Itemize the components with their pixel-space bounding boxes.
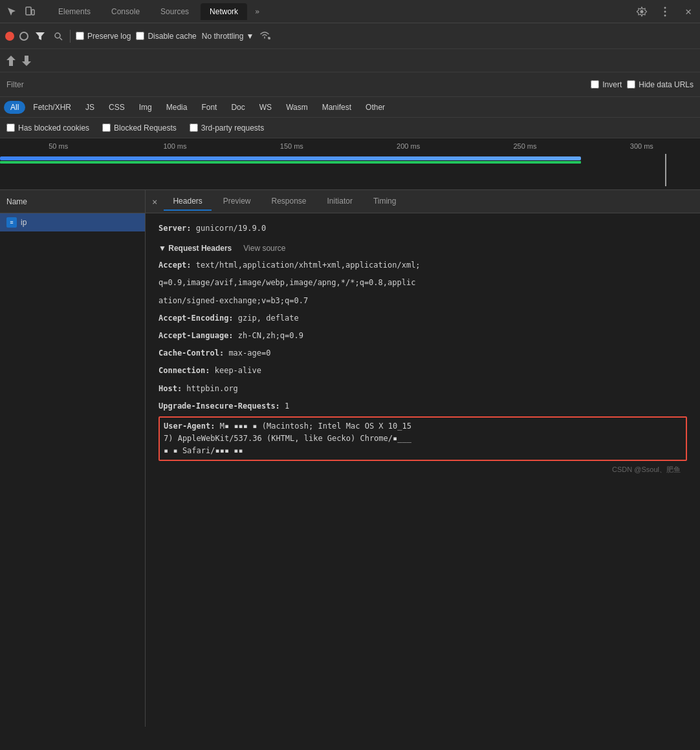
timeline-label-300: 300 ms	[584, 142, 700, 150]
upgrade-label: Upgrade-Insecure-Requests:	[159, 402, 280, 411]
filter-manifest[interactable]: Manifest	[316, 101, 358, 114]
svg-marker-6	[36, 32, 45, 40]
timeline-label-150: 150 ms	[234, 142, 350, 150]
blocked-requests-checkbox[interactable]: Blocked Requests	[102, 123, 177, 133]
third-party-input[interactable]	[190, 123, 198, 132]
cache-control-value: max-age=0	[228, 348, 270, 358]
upgrade-value: 1	[285, 402, 289, 411]
headers-content: Server: gunicorn/19.9.0 ▼ Request Header…	[146, 213, 700, 484]
svg-point-4	[664, 10, 666, 12]
tab-response[interactable]: Response	[262, 193, 315, 211]
watermark: CSDN @Ssoul、肥鱼	[159, 462, 687, 477]
tab-headers[interactable]: Headers	[164, 193, 211, 211]
more-options-icon[interactable]	[659, 5, 672, 18]
devtools-actions: ✕	[635, 5, 695, 18]
filter-doc[interactable]: Doc	[224, 101, 251, 114]
filter-js[interactable]: JS	[79, 101, 101, 114]
hide-data-urls-checkbox[interactable]: Hide data URLs	[627, 80, 694, 89]
timeline-blue-bar	[0, 156, 581, 160]
filter-css[interactable]: CSS	[102, 101, 131, 114]
filter-wasm[interactable]: Wasm	[279, 101, 314, 114]
has-blocked-cookies-input[interactable]	[6, 123, 15, 132]
filter-img[interactable]: Img	[133, 101, 159, 114]
file-icon: ≡	[6, 217, 17, 228]
detail-tabs: × Headers Preview Response Initiator Tim…	[146, 190, 700, 213]
has-blocked-cookies-checkbox[interactable]: Has blocked cookies	[6, 123, 89, 133]
timeline-label-200: 200 ms	[350, 142, 466, 150]
invert-checkbox[interactable]: Invert	[591, 80, 622, 89]
main-panel: Name ≡ ip × Headers Preview Response Ini…	[0, 190, 700, 727]
disable-cache-checkbox[interactable]: Disable cache	[136, 32, 196, 41]
timeline-labels: 50 ms 100 ms 150 ms 200 ms 250 ms 300 ms	[0, 138, 700, 150]
wifi-settings-icon[interactable]	[259, 30, 270, 42]
tab-sources[interactable]: Sources	[151, 3, 198, 20]
throttle-arrow-icon: ▼	[246, 32, 254, 41]
accept-encoding-row: Accept-Encoding: gzip, deflate	[159, 310, 687, 327]
left-pane: Name ≡ ip	[0, 190, 146, 727]
preserve-log-checkbox[interactable]: Preserve log	[76, 32, 131, 41]
disable-cache-input[interactable]	[136, 32, 144, 40]
filter-other[interactable]: Other	[359, 101, 391, 114]
third-party-checkbox[interactable]: 3rd-party requests	[190, 123, 264, 133]
accept-language-label: Accept-Language:	[159, 331, 234, 340]
upgrade-row: Upgrade-Insecure-Requests: 1	[159, 398, 687, 415]
stop-button[interactable]	[19, 32, 28, 41]
ua-value-line1: M▪ ▪▪▪ ▪ (Macintosh; Intel Mac OS X 10_1…	[220, 422, 411, 431]
server-label: Server:	[159, 224, 191, 233]
svg-marker-12	[22, 56, 31, 66]
settings-icon[interactable]	[635, 5, 648, 18]
request-headers-title: ▼ Request Headers	[159, 244, 232, 253]
network-toolbar: Preserve log Disable cache No throttling…	[0, 23, 700, 49]
filter-ws[interactable]: WS	[253, 101, 278, 114]
checkbox-filter-bar: Has blocked cookies Blocked Requests 3rd…	[0, 118, 700, 138]
svg-marker-11	[6, 56, 16, 66]
upload-icon[interactable]	[5, 55, 17, 67]
filter-bar: Filter Invert Hide data URLs	[0, 72, 700, 97]
ua-label: User-Agent:	[164, 422, 215, 431]
accept-value2: q=0.9,image/avif,image/webp,image/apng,*…	[159, 278, 415, 287]
search-icon[interactable]	[52, 30, 65, 43]
preserve-log-input[interactable]	[76, 32, 84, 40]
tab-console[interactable]: Console	[102, 3, 149, 20]
inspect-icon[interactable]	[5, 5, 18, 18]
file-item-ip[interactable]: ≡ ip	[0, 213, 145, 231]
view-source-link[interactable]: View source	[243, 244, 285, 253]
device-icon[interactable]	[23, 5, 36, 18]
blocked-requests-input[interactable]	[102, 123, 111, 132]
record-button[interactable]	[5, 32, 14, 41]
invert-input[interactable]	[591, 80, 599, 89]
filter-input[interactable]	[29, 80, 586, 89]
server-value: gunicorn/19.9.0	[196, 224, 266, 233]
accept-value: text/html,application/xhtml+xml,applicat…	[196, 261, 421, 270]
type-filter-bar: All Fetch/XHR JS CSS Img Media Font Doc …	[0, 97, 700, 118]
download-icon[interactable]	[21, 55, 32, 67]
filter-font[interactable]: Font	[195, 101, 223, 114]
devtools-icons	[5, 5, 36, 18]
filter-label: Filter	[6, 80, 24, 89]
accept-value-row3: ation/signed-exchange;v=b3;q=0.7	[159, 292, 687, 310]
filter-fetch-xhr[interactable]: Fetch/XHR	[27, 101, 78, 114]
filter-media[interactable]: Media	[160, 101, 194, 114]
tab-more-icon[interactable]: »	[250, 5, 265, 19]
accept-language-value: zh-CN,zh;q=0.9	[238, 331, 303, 340]
svg-point-7	[55, 33, 60, 38]
svg-point-2	[640, 10, 644, 13]
accept-encoding-label: Accept-Encoding:	[159, 314, 234, 323]
accept-encoding-value: gzip, deflate	[238, 314, 299, 323]
tab-preview[interactable]: Preview	[214, 193, 260, 211]
tab-network[interactable]: Network	[201, 3, 247, 20]
upload-toolbar	[0, 49, 700, 72]
close-devtools-icon[interactable]: ✕	[682, 5, 695, 18]
ua-value-line3: ▪ ▪ Safari/▪▪▪ ▪▪	[164, 446, 243, 455]
svg-point-3	[664, 6, 666, 8]
right-pane: × Headers Preview Response Initiator Tim…	[146, 190, 700, 727]
filter-icon[interactable]	[34, 30, 47, 43]
throttle-dropdown[interactable]: No throttling ▼	[202, 32, 254, 41]
close-detail-tab-icon[interactable]: ×	[152, 197, 157, 207]
tab-initiator[interactable]: Initiator	[318, 193, 362, 211]
filter-all[interactable]: All	[4, 101, 25, 114]
hide-data-urls-input[interactable]	[627, 80, 635, 89]
tab-timing[interactable]: Timing	[364, 193, 406, 211]
tab-elements[interactable]: Elements	[49, 3, 100, 20]
timeline-label-250: 250 ms	[466, 142, 583, 150]
